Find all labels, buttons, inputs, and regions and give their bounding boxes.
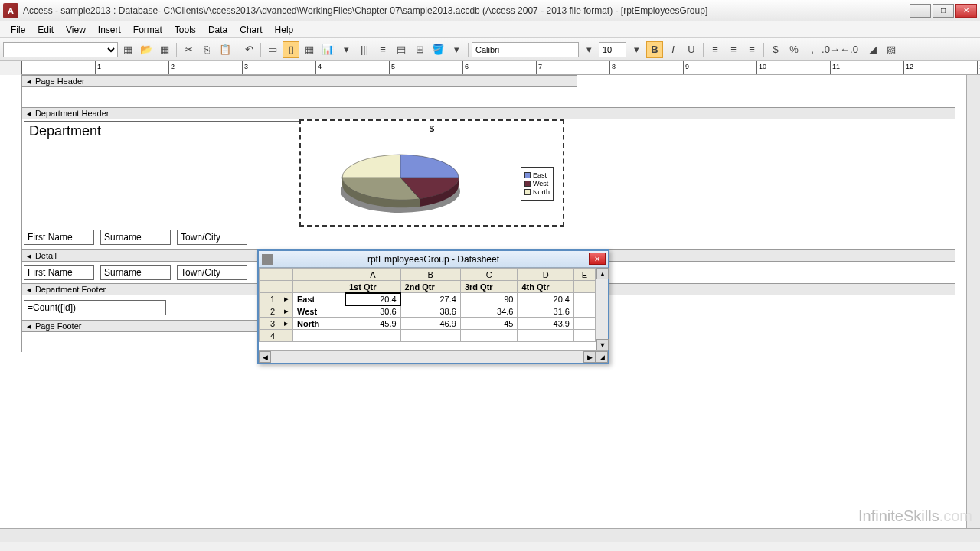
menu-data[interactable]: Data — [202, 23, 234, 37]
table-icon[interactable]: ▦ — [301, 41, 318, 58]
field-first-name-header[interactable]: First Name — [24, 230, 94, 245]
fill-chevron-icon[interactable]: ▾ — [448, 41, 465, 58]
datasheet-grid[interactable]: A B C D E 1st Qtr 2nd Qtr 3rd Qtr 4th Qt… — [259, 268, 596, 350]
align-left-icon[interactable]: ≡ — [707, 41, 724, 58]
open-icon[interactable]: 📂 — [138, 41, 155, 58]
section-page-header[interactable]: ◄Page Header — [21, 75, 577, 87]
align-right-icon[interactable]: ≡ — [743, 41, 760, 58]
pattern-icon[interactable]: ▨ — [883, 41, 900, 58]
table-row: 2▸ West 30.6 38.6 34.6 31.6 — [260, 305, 596, 318]
field-count-expression[interactable]: =Count([id]) — [24, 300, 166, 315]
horizontal-ruler: 12345678910111213 — [21, 61, 980, 75]
menu-edit[interactable]: Edit — [31, 23, 60, 37]
title-bar: A Access - sample2013 : Database- C:\Cli… — [0, 0, 980, 21]
field-surname-header[interactable]: Surname — [100, 230, 171, 245]
menu-chart[interactable]: Chart — [234, 23, 268, 37]
underline-button[interactable]: U — [683, 41, 700, 58]
maximize-button[interactable]: □ — [933, 4, 954, 18]
font-selector[interactable] — [472, 42, 579, 57]
chart-object[interactable]: $ East West North — [299, 119, 564, 227]
grid-icon[interactable]: ▦ — [156, 41, 173, 58]
field-towncity-header[interactable]: Town/City — [177, 230, 247, 245]
chart-title: $ — [301, 124, 563, 133]
scroll-left-icon[interactable]: ◀ — [259, 351, 271, 363]
scroll-down-icon[interactable]: ▼ — [596, 339, 609, 350]
field-towncity[interactable]: Town/City — [177, 265, 247, 280]
datasheet-vertical-scrollbar[interactable]: ▲ ▼ — [596, 268, 608, 350]
section-label: Page Header — [35, 77, 85, 86]
menu-view[interactable]: View — [60, 23, 92, 37]
font-chevron-icon[interactable]: ▾ — [580, 41, 597, 58]
section-label: Page Footer — [35, 321, 82, 331]
resize-grip-icon[interactable]: ◢ — [596, 351, 608, 363]
comma-icon[interactable]: , — [804, 41, 821, 58]
cut-icon[interactable]: ✂ — [180, 41, 197, 58]
angle-icon[interactable]: ◢ — [864, 41, 881, 58]
pie-chart-icon — [332, 139, 469, 223]
report-design-area: ◄Page Header ◄Department Header Departme… — [0, 75, 980, 542]
copy-icon[interactable]: ⎘ — [198, 41, 215, 58]
value-axis-icon[interactable]: ≡ — [374, 41, 391, 58]
watermark: InfiniteSkills.com — [858, 507, 972, 525]
font-size-selector[interactable] — [599, 42, 626, 57]
menu-file[interactable]: File — [5, 23, 31, 37]
chevron-down-icon[interactable]: ▾ — [338, 41, 354, 58]
field-first-name[interactable]: First Name — [24, 265, 94, 280]
department-label[interactable]: Department — [24, 121, 299, 142]
toolbar: ▦ 📂 ▦ ✂ ⎘ 📋 ↶ ▭ ▯ ▦ 📊 ▾ ||| ≡ ▤ ⊞ 🪣 ▾ ▾ … — [0, 38, 980, 61]
undo-icon[interactable]: ↶ — [240, 41, 257, 58]
field-surname[interactable]: Surname — [100, 265, 171, 280]
app-icon: A — [3, 3, 18, 18]
currency-icon[interactable]: $ — [767, 41, 784, 58]
datasheet-title: rptEmployeesGroup - Datasheet — [368, 254, 499, 265]
window-title: Access - sample2013 : Database- C:\Clien… — [23, 5, 910, 16]
align-center-icon[interactable]: ≡ — [725, 41, 742, 58]
section-label: Department Footer — [35, 285, 106, 294]
datasheet-horizontal-scrollbar[interactable]: ◀ ▶ ◢ — [259, 350, 608, 363]
data-table-icon[interactable]: ⊞ — [411, 41, 428, 58]
object-selector[interactable] — [3, 42, 118, 57]
scroll-up-icon[interactable]: ▲ — [596, 268, 609, 279]
table-row: 4 — [260, 330, 596, 342]
chart-legend: East West North — [521, 167, 554, 201]
vertical-scrollbar[interactable] — [966, 75, 980, 528]
datasheet-close-button[interactable]: ✕ — [589, 253, 606, 265]
italic-button[interactable]: I — [665, 41, 681, 58]
fill-icon[interactable]: 🪣 — [430, 41, 446, 58]
datasheet-icon — [262, 254, 273, 265]
datasheet-title-bar[interactable]: rptEmployeesGroup - Datasheet ✕ — [259, 251, 608, 268]
menu-format[interactable]: Format — [127, 23, 168, 37]
table-row: 3▸ North 45.9 46.9 45 43.9 — [260, 318, 596, 330]
chart-type-icon[interactable]: 📊 — [319, 41, 336, 58]
percent-icon[interactable]: % — [786, 41, 802, 58]
section-label: Detail — [35, 251, 57, 260]
minimize-button[interactable]: — — [910, 4, 931, 18]
scroll-right-icon[interactable]: ▶ — [583, 351, 596, 363]
menu-help[interactable]: Help — [269, 23, 300, 37]
bold-button[interactable]: B — [646, 41, 663, 58]
menu-tools[interactable]: Tools — [168, 23, 202, 37]
legend-icon[interactable]: ▤ — [393, 41, 410, 58]
table-row: 1▸ East 20.4 27.4 90 20.4 — [260, 293, 596, 305]
bycol-icon[interactable]: ▯ — [283, 41, 299, 58]
section-label: Department Header — [35, 109, 109, 118]
size-chevron-icon[interactable]: ▾ — [628, 41, 645, 58]
datasheet-window[interactable]: rptEmployeesGroup - Datasheet ✕ A B C D … — [257, 249, 609, 364]
paste-icon[interactable]: 📋 — [217, 41, 234, 58]
properties-icon[interactable]: ▦ — [119, 41, 136, 58]
decrease-decimal-icon[interactable]: ←.0 — [841, 41, 858, 58]
horizontal-scrollbar[interactable] — [0, 528, 980, 542]
increase-decimal-icon[interactable]: .0→ — [822, 41, 839, 58]
menu-bar: File Edit View Insert Format Tools Data … — [0, 21, 980, 38]
vertical-ruler — [0, 75, 21, 542]
close-button[interactable]: ✕ — [956, 4, 977, 18]
menu-insert[interactable]: Insert — [92, 23, 127, 37]
category-axis-icon[interactable]: ||| — [356, 41, 373, 58]
byrow-icon[interactable]: ▭ — [264, 41, 281, 58]
section-department-header[interactable]: ◄Department Header — [21, 107, 956, 119]
